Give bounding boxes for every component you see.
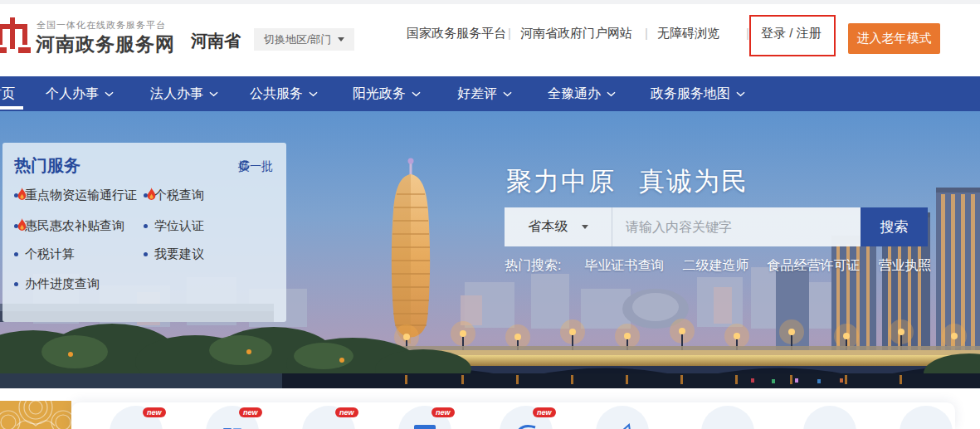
nav-label: 法人办事	[150, 85, 203, 103]
search-scope-value: 省本级	[529, 218, 568, 236]
refresh-icon	[238, 159, 251, 172]
chevron-down-icon	[607, 91, 616, 97]
quick-service-item[interactable]	[701, 406, 754, 429]
new-badge: new	[431, 407, 455, 417]
quick-service-item[interactable]: new	[110, 406, 163, 429]
hot-service-label: 我要建议	[154, 246, 204, 262]
active-tab-underline	[0, 106, 23, 110]
current-region-label: 河南省	[191, 30, 241, 52]
link-henan-portal[interactable]: 河南省政府门户网站	[520, 26, 632, 41]
nav-item-service-map[interactable]: 政务服务地图	[651, 76, 745, 111]
hot-service-link[interactable]: 我要建议	[144, 246, 204, 262]
nav-item-personal[interactable]: 个人办事	[46, 76, 114, 111]
separator: |	[746, 26, 749, 40]
elder-mode-button[interactable]: 进入老年模式	[848, 23, 940, 54]
hot-service-link[interactable]: 惠民惠农补贴查询	[14, 218, 124, 234]
hero-banner: 热门服务 换一批 重点物资运输通行证 个税查询	[0, 111, 980, 388]
nav-item-quanyutongban[interactable]: 全豫通办	[548, 76, 616, 111]
switch-region-button[interactable]: 切换地区/部门	[254, 28, 354, 51]
quick-service-item[interactable]: new	[500, 406, 553, 429]
header: 全国一体化在线政务服务平台 河南政务服务网 河南省 切换地区/部门 国家政务服务…	[0, 4, 980, 76]
link-accessibility[interactable]: 无障碍浏览	[657, 26, 719, 41]
new-badge: new	[239, 407, 262, 417]
quick-services-card: new new new new new	[71, 402, 955, 429]
platform-label: 全国一体化在线政务服务平台	[37, 19, 166, 32]
chevron-down-icon	[412, 91, 421, 97]
search-bar: 省本级 搜索	[505, 207, 928, 246]
hot-search-label: 热门搜索:	[505, 257, 561, 275]
new-badge: new	[143, 407, 166, 417]
quick-service-item[interactable]: new	[206, 406, 259, 429]
hot-search-term[interactable]: 营业执照	[878, 257, 931, 275]
nav-label: 全豫通办	[548, 85, 601, 103]
nav-item-legal[interactable]: 法人办事	[150, 76, 218, 111]
chevron-down-icon	[309, 91, 318, 97]
slogan-part1: 聚力中原	[506, 167, 616, 196]
refresh-batch-button[interactable]: 换一批	[238, 159, 273, 174]
service-icon	[222, 422, 242, 429]
main-nav: 首页 个人办事 法人办事 公共服务 阳光政务 好差评 全豫通办 政务服务地图	[0, 76, 980, 111]
switch-region-label: 切换地区/部门	[264, 28, 332, 51]
flame-icon	[17, 218, 27, 232]
hot-search-term[interactable]: 二级建造师	[682, 257, 748, 275]
slogan-part2: 真诚为民	[639, 167, 748, 196]
site-name: 河南政务服务网	[36, 32, 175, 57]
hot-service-link[interactable]: 个税计算	[14, 246, 75, 262]
quick-service-item[interactable]	[900, 406, 953, 429]
bullet-icon	[144, 252, 148, 256]
nav-label: 公共服务	[250, 85, 303, 103]
nav-item-sunshine-gov[interactable]: 阳光政务	[353, 76, 421, 111]
hot-service-link[interactable]: 办件进度查询	[14, 276, 100, 292]
hot-service-link[interactable]: 个税查询	[144, 188, 204, 203]
hot-service-link[interactable]: 学位认证	[144, 218, 204, 234]
hot-service-link[interactable]: 重点物资运输通行证	[14, 188, 137, 203]
hot-search-term[interactable]: 毕业证书查询	[584, 257, 664, 275]
flame-icon	[17, 188, 27, 201]
nav-label: 首页	[0, 85, 15, 103]
new-badge: new	[335, 407, 358, 417]
bullet-icon	[144, 224, 148, 228]
bullet-icon	[14, 282, 18, 286]
hero-slogan: 聚力中原真诚为民	[506, 164, 748, 199]
hot-services-title: 热门服务	[14, 154, 80, 177]
service-icon	[612, 422, 633, 429]
hot-service-label: 个税计算	[25, 246, 75, 262]
quick-service-item[interactable]	[596, 406, 649, 429]
service-icon	[515, 422, 537, 429]
separator: |	[645, 26, 648, 40]
login-register-link[interactable]: 登录 / 注册	[761, 26, 822, 41]
page: 全国一体化在线政务服务平台 河南政务服务网 河南省 切换地区/部门 国家政务服务…	[0, 0, 980, 429]
gold-ornament	[0, 401, 71, 429]
bullet-icon	[14, 252, 18, 256]
nav-item-public-service[interactable]: 公共服务	[250, 76, 318, 111]
hot-search-row: 热门搜索: 毕业证书查询 二级建造师 食品经营许可证 营业执照	[505, 257, 931, 275]
triangle-down-icon	[338, 37, 344, 41]
nav-label: 阳光政务	[353, 85, 406, 103]
search-input[interactable]	[612, 220, 861, 235]
flame-icon	[146, 188, 157, 201]
quick-service-item[interactable]	[803, 406, 856, 429]
quick-service-item[interactable]: new	[302, 406, 355, 429]
chevron-down-icon	[736, 91, 745, 97]
hot-service-label: 惠民惠农补贴查询	[25, 218, 124, 234]
link-national-platform[interactable]: 国家政务服务平台	[407, 26, 506, 41]
triangle-down-icon	[582, 225, 588, 229]
hot-services-panel: 热门服务 换一批 重点物资运输通行证 个税查询	[2, 143, 286, 322]
separator: |	[508, 26, 511, 40]
search-button[interactable]: 搜索	[861, 207, 928, 246]
nav-label: 个人办事	[46, 85, 99, 103]
quick-service-item[interactable]: new	[398, 406, 451, 429]
search-scope-dropdown[interactable]: 省本级	[505, 207, 612, 246]
nav-label: 好差评	[457, 85, 497, 103]
nav-label: 政务服务地图	[651, 85, 730, 103]
nav-item-review[interactable]: 好差评	[457, 76, 512, 111]
hot-service-label: 学位认证	[154, 218, 204, 234]
hot-service-label: 办件进度查询	[25, 276, 100, 292]
service-icon	[413, 422, 436, 429]
chevron-down-icon	[503, 91, 512, 97]
chevron-down-icon	[209, 91, 218, 97]
hot-search-term[interactable]: 食品经营许可证	[767, 257, 860, 275]
hot-service-label: 重点物资运输通行证	[25, 188, 137, 203]
hot-service-label: 个税查询	[154, 188, 204, 203]
search-input-wrap	[612, 207, 861, 246]
